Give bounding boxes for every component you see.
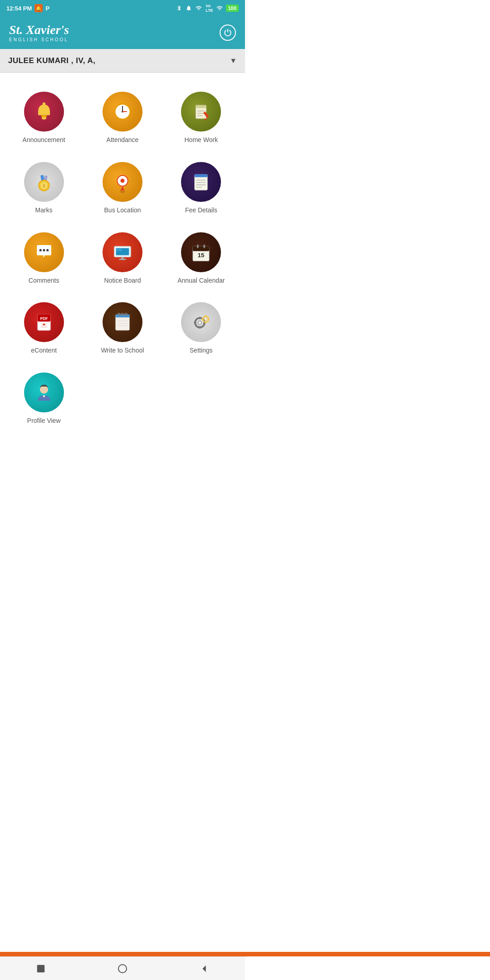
svg-rect-33 bbox=[117, 249, 122, 251]
econtent-label: eContent bbox=[31, 347, 57, 354]
status-left: 12:54 PM 🔔 P bbox=[6, 4, 49, 12]
svg-rect-39 bbox=[204, 245, 206, 248]
signal-icon bbox=[195, 5, 202, 11]
menu-item-comments[interactable]: Comments bbox=[5, 224, 83, 294]
svg-rect-8 bbox=[196, 105, 206, 108]
noticeboard-label: Notice Board bbox=[104, 277, 141, 284]
homework-label: Home Work bbox=[184, 136, 218, 144]
power-button[interactable] bbox=[220, 24, 236, 41]
bus-icon bbox=[103, 162, 142, 202]
wifi-icon bbox=[216, 5, 223, 11]
p-icon: P bbox=[45, 5, 49, 12]
svg-rect-62 bbox=[202, 319, 204, 320]
svg-point-28 bbox=[39, 249, 41, 251]
announcement-icon bbox=[24, 92, 64, 132]
school-logo: St. Xavier's ENGLISH SCHOOL bbox=[9, 24, 69, 42]
announcement-label: Announcement bbox=[23, 136, 65, 144]
profile-icon bbox=[24, 372, 64, 412]
menu-item-marks[interactable]: 1 Marks bbox=[5, 154, 83, 224]
svg-rect-55 bbox=[199, 326, 201, 328]
svg-rect-63 bbox=[208, 319, 210, 320]
fee-icon bbox=[181, 162, 221, 202]
battery-indicator: 100 bbox=[226, 5, 239, 12]
svg-rect-35 bbox=[119, 259, 126, 260]
svg-rect-61 bbox=[205, 322, 206, 323]
user-name: JULEE KUMARI , IV, A, bbox=[8, 56, 96, 65]
svg-point-0 bbox=[41, 117, 46, 120]
bus-label: Bus Location bbox=[104, 206, 141, 214]
comments-icon bbox=[24, 232, 64, 272]
attendance-label: Attendance bbox=[107, 136, 139, 144]
svg-point-29 bbox=[43, 249, 45, 251]
silent-icon bbox=[186, 5, 192, 11]
svg-point-53 bbox=[198, 321, 202, 325]
marks-icon: 1 bbox=[24, 162, 64, 202]
calendar-icon: 15 bbox=[181, 232, 221, 272]
menu-item-announcement[interactable]: Announcement bbox=[5, 83, 83, 154]
chevron-down-icon: ▼ bbox=[230, 57, 237, 65]
volte-label: VoLTE bbox=[206, 4, 213, 13]
homework-icon bbox=[181, 92, 221, 132]
time-display: 12:54 PM bbox=[6, 5, 32, 12]
menu-item-write[interactable]: Write to School bbox=[83, 294, 162, 364]
svg-rect-56 bbox=[194, 322, 196, 324]
logo-name: St. Xavier's bbox=[9, 24, 69, 36]
menu-item-settings[interactable]: Settings bbox=[162, 294, 240, 364]
svg-text:1: 1 bbox=[43, 183, 45, 188]
menu-item-econtent[interactable]: PDF eContent bbox=[5, 294, 83, 364]
menu-grid: Announcement Attendance bbox=[0, 73, 245, 439]
notification-icon: 🔔 bbox=[34, 4, 43, 12]
settings-label: Settings bbox=[190, 347, 213, 354]
svg-rect-2 bbox=[41, 115, 47, 117]
svg-rect-54 bbox=[199, 317, 201, 319]
write-icon bbox=[103, 302, 142, 342]
fee-label: Fee Details bbox=[185, 206, 217, 214]
svg-rect-60 bbox=[205, 315, 206, 317]
power-icon bbox=[224, 29, 232, 37]
menu-item-profile[interactable]: Profile View bbox=[5, 364, 83, 435]
app-header: St. Xavier's ENGLISH SCHOOL bbox=[0, 16, 245, 49]
profile-label: Profile View bbox=[27, 417, 61, 425]
logo-subtitle: ENGLISH SCHOOL bbox=[9, 37, 69, 42]
settings-icon bbox=[181, 302, 221, 342]
svg-point-1 bbox=[42, 103, 45, 106]
svg-point-30 bbox=[46, 249, 49, 251]
svg-point-20 bbox=[120, 179, 124, 183]
menu-item-calendar[interactable]: 15 Annual Calendar bbox=[162, 224, 240, 294]
svg-point-59 bbox=[205, 318, 207, 320]
svg-text:15: 15 bbox=[198, 252, 204, 259]
svg-rect-38 bbox=[197, 245, 199, 248]
write-label: Write to School bbox=[101, 347, 144, 354]
status-bar: 12:54 PM 🔔 P VoLTE 100 bbox=[0, 0, 245, 16]
menu-item-bus[interactable]: Bus Location bbox=[83, 154, 162, 224]
calendar-label: Annual Calendar bbox=[177, 277, 225, 284]
status-right: VoLTE 100 bbox=[176, 4, 239, 13]
attendance-icon bbox=[103, 92, 142, 132]
comments-label: Comments bbox=[29, 277, 59, 284]
marks-label: Marks bbox=[35, 206, 53, 214]
menu-item-homework[interactable]: Home Work bbox=[162, 83, 240, 154]
menu-item-noticeboard[interactable]: Notice Board bbox=[83, 224, 162, 294]
svg-rect-37 bbox=[193, 246, 209, 251]
menu-item-attendance[interactable]: Attendance bbox=[83, 83, 162, 154]
user-dropdown[interactable]: JULEE KUMARI , IV, A, ▼ bbox=[0, 49, 245, 73]
svg-rect-23 bbox=[195, 174, 208, 177]
svg-point-21 bbox=[120, 191, 125, 193]
menu-item-fee[interactable]: Fee Details bbox=[162, 154, 240, 224]
bluetooth-icon bbox=[176, 5, 182, 11]
svg-text:PDF: PDF bbox=[40, 316, 48, 321]
noticeboard-icon bbox=[103, 232, 142, 272]
econtent-icon: PDF bbox=[24, 302, 64, 342]
